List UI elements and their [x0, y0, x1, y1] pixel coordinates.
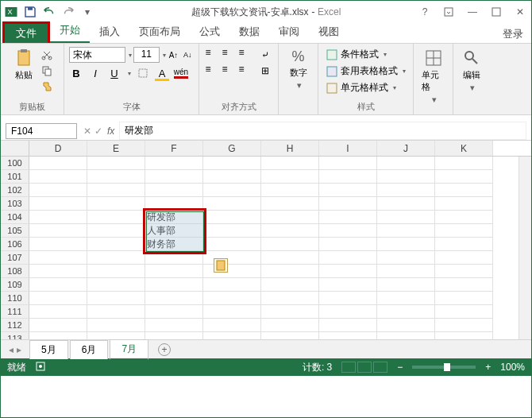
- cell[interactable]: 财务部: [145, 238, 203, 251]
- cell[interactable]: [435, 265, 493, 278]
- cell[interactable]: [261, 292, 319, 305]
- cell[interactable]: [319, 265, 377, 278]
- cell[interactable]: [203, 197, 261, 211]
- cell[interactable]: [145, 157, 203, 170]
- table-format-button[interactable]: 套用表格格式▾: [325, 64, 407, 79]
- cell[interactable]: [87, 170, 145, 184]
- cell[interactable]: [377, 170, 435, 184]
- cell[interactable]: [435, 292, 493, 305]
- cell[interactable]: [203, 184, 261, 197]
- cell[interactable]: [203, 278, 261, 292]
- redo-icon[interactable]: [61, 5, 75, 19]
- cell[interactable]: [319, 251, 377, 265]
- col-header[interactable]: H: [261, 141, 319, 156]
- cell[interactable]: [29, 211, 87, 224]
- number-format-button[interactable]: % 数字 ▾: [287, 47, 310, 92]
- row-header[interactable]: 102: [1, 184, 29, 197]
- cell[interactable]: [29, 332, 87, 339]
- cell[interactable]: [145, 332, 203, 339]
- align-left-icon[interactable]: ≡: [206, 64, 220, 76]
- cell[interactable]: [203, 224, 261, 238]
- login-link[interactable]: 登录: [503, 27, 523, 41]
- save-icon[interactable]: [23, 5, 37, 19]
- font-size-select[interactable]: 11: [133, 47, 160, 63]
- cell[interactable]: [377, 265, 435, 278]
- cell[interactable]: [29, 157, 87, 170]
- conditional-format-button[interactable]: 条件格式▾: [325, 47, 407, 62]
- accept-formula-icon[interactable]: ✓: [94, 126, 102, 137]
- tab-layout[interactable]: 页面布局: [129, 21, 190, 43]
- cell[interactable]: [261, 305, 319, 319]
- cell[interactable]: [377, 305, 435, 319]
- font-color-icon[interactable]: wén: [174, 66, 188, 80]
- cell[interactable]: [261, 224, 319, 238]
- increase-font-icon[interactable]: A↑: [168, 48, 180, 62]
- cell[interactable]: [87, 197, 145, 211]
- cell[interactable]: [261, 197, 319, 211]
- cell[interactable]: [435, 211, 493, 224]
- row-header[interactable]: 106: [1, 238, 29, 251]
- cell[interactable]: [261, 251, 319, 265]
- italic-button[interactable]: I: [88, 66, 102, 80]
- cell[interactable]: [145, 305, 203, 319]
- paste-button[interactable]: 粘贴: [11, 47, 37, 83]
- tab-formula[interactable]: 公式: [190, 21, 229, 43]
- row-header[interactable]: 113: [1, 332, 29, 339]
- cell[interactable]: [203, 319, 261, 332]
- sheet-tab-5[interactable]: 5月: [29, 340, 68, 359]
- row-header[interactable]: 107: [1, 251, 29, 265]
- cell[interactable]: [435, 319, 493, 332]
- tab-review[interactable]: 审阅: [269, 21, 309, 43]
- cell[interactable]: [145, 197, 203, 211]
- cut-icon[interactable]: [40, 48, 54, 61]
- cell[interactable]: [435, 278, 493, 292]
- cell[interactable]: [261, 265, 319, 278]
- paste-options-icon[interactable]: [214, 258, 228, 273]
- col-header[interactable]: F: [145, 141, 203, 156]
- cell[interactable]: [87, 319, 145, 332]
- sheet-nav-next-icon[interactable]: ▸: [17, 344, 21, 355]
- align-top-icon[interactable]: ≡: [206, 47, 220, 60]
- row-header[interactable]: 101: [1, 170, 29, 184]
- cell[interactable]: [87, 265, 145, 278]
- row-header[interactable]: 109: [1, 278, 29, 292]
- vertical-scrollbar[interactable]: [519, 157, 531, 339]
- cell[interactable]: [87, 292, 145, 305]
- cell[interactable]: [377, 224, 435, 238]
- cell[interactable]: [377, 211, 435, 224]
- tab-view[interactable]: 视图: [309, 21, 349, 43]
- col-header[interactable]: D: [29, 141, 87, 156]
- cell[interactable]: [145, 184, 203, 197]
- view-layout-icon[interactable]: [357, 362, 372, 373]
- cell[interactable]: [377, 251, 435, 265]
- cell[interactable]: [435, 170, 493, 184]
- cell[interactable]: [203, 211, 261, 224]
- row-header[interactable]: 110: [1, 292, 29, 305]
- col-header[interactable]: I: [319, 141, 377, 156]
- row-header[interactable]: 111: [1, 305, 29, 319]
- zoom-slider[interactable]: [412, 366, 476, 369]
- cell[interactable]: [145, 251, 203, 265]
- cell[interactable]: [435, 238, 493, 251]
- cell[interactable]: [319, 157, 377, 170]
- cell[interactable]: [435, 157, 493, 170]
- cell[interactable]: [29, 224, 87, 238]
- minimize-icon[interactable]: —: [465, 4, 480, 20]
- cell[interactable]: [203, 251, 261, 265]
- cell[interactable]: [319, 319, 377, 332]
- cell[interactable]: [377, 292, 435, 305]
- cell[interactable]: [145, 278, 203, 292]
- align-right-icon[interactable]: ≡: [239, 64, 253, 76]
- cell-style-button[interactable]: 单元格样式▾: [325, 80, 407, 95]
- bold-button[interactable]: B: [69, 66, 83, 80]
- align-bottom-icon[interactable]: ≡: [239, 47, 253, 60]
- format-painter-icon[interactable]: [40, 80, 54, 93]
- tab-home[interactable]: 开始: [50, 19, 90, 43]
- cell[interactable]: [319, 332, 377, 339]
- cell[interactable]: [319, 224, 377, 238]
- cell[interactable]: [377, 332, 435, 339]
- cell[interactable]: [29, 238, 87, 251]
- cell[interactable]: [377, 278, 435, 292]
- spreadsheet-grid[interactable]: D E F G H I J K 100101102103104研发部105人事部…: [1, 141, 531, 339]
- cell[interactable]: [29, 278, 87, 292]
